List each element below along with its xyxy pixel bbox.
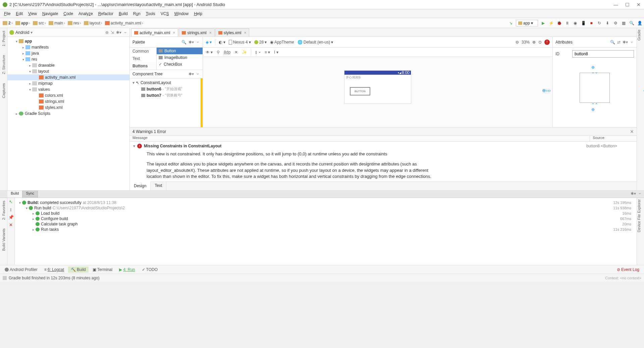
component-tree[interactable]: ▾↖ConstraintLayout button6 - "开始游戏" butt… [130, 78, 201, 127]
menu-view[interactable]: View [25, 11, 40, 16]
tool-structure[interactable]: Z: Structure [2, 54, 6, 75]
menu-tools[interactable]: Tools [143, 11, 158, 16]
build-configure[interactable]: ▸Configure build667ms [17, 216, 634, 221]
debug-icon[interactable]: 🐞 [556, 20, 562, 26]
ctree-button6[interactable]: button6 - "开始游戏" [131, 86, 199, 92]
palette-widget-checkbox[interactable]: ✓CheckBox [157, 61, 203, 68]
close-tab-icon[interactable]: × [173, 30, 175, 35]
tree-res[interactable]: ▾res [7, 56, 129, 62]
tool-terminal[interactable]: ▣ Terminal [90, 267, 115, 273]
ctree-hide-icon[interactable]: ⫟ [196, 72, 200, 76]
breadcrumb-file[interactable]: activity_main.xml [104, 21, 145, 25]
build-output[interactable]: ▾Build: completed successfullyat 2018/8/… [15, 198, 637, 265]
minimize-button[interactable]: — [613, 2, 619, 7]
stop-icon[interactable]: ■ [588, 20, 594, 26]
tree-drawable[interactable]: ▸drawable [7, 62, 129, 68]
attach-debugger-icon[interactable]: ◉ [572, 20, 578, 26]
tree-app[interactable]: ▾app [7, 38, 129, 44]
menu-refactor[interactable]: Refactor [96, 11, 116, 16]
menu-analyze[interactable]: Analyze [76, 11, 96, 16]
tool-event-log[interactable]: ⊘ Event Log [614, 267, 642, 273]
status-icon[interactable] [3, 276, 7, 280]
project-tree[interactable]: ▾app ▸manifests ▸java ▾res ▸drawable ▾la… [7, 37, 129, 190]
build-hide-icon[interactable]: ⫟ [638, 191, 642, 197]
guideline-icon[interactable]: Ⅰ ▾ [274, 50, 278, 55]
close-tab-icon[interactable]: × [209, 30, 212, 35]
attr-filter-icon[interactable]: ⇄ [617, 40, 621, 45]
profile-icon[interactable]: ⏸ [564, 20, 570, 26]
tool-favorites[interactable]: 2: Favorites [2, 199, 6, 221]
breadcrumb-src[interactable]: src [32, 21, 47, 25]
breadcrumb-main[interactable]: main [47, 21, 66, 25]
attr-hide-icon[interactable]: ⫟ [630, 40, 634, 45]
sync-icon[interactable]: ↻ [596, 20, 602, 26]
tree-layout[interactable]: ▾layout [7, 68, 129, 74]
run-icon[interactable]: ▶ [540, 20, 546, 26]
tree-styles[interactable]: styles.xml [7, 105, 129, 111]
attr-search-icon[interactable]: 🔍 [610, 40, 615, 45]
build-settings-icon[interactable]: ✱▾ [631, 191, 636, 197]
orientation-icon[interactable]: ◐ ▾ [219, 40, 225, 45]
sdk-icon[interactable]: ⬇ [604, 20, 610, 26]
tool-captures[interactable]: Captures [2, 82, 6, 99]
make-icon[interactable]: ↘ [508, 20, 514, 26]
menu-vcs[interactable]: VCS [158, 11, 172, 16]
close-button[interactable]: ✕ [636, 2, 641, 7]
ctree-root[interactable]: ▾↖ConstraintLayout [131, 80, 199, 86]
phone-preview[interactable]: ▾◢ 8:00 开心消消乐 BUTTON [344, 70, 411, 104]
hide-icon[interactable]: ⫟ [123, 30, 127, 35]
add-icon[interactable]: ⊕ [105, 30, 109, 35]
search-icon[interactable]: 🔍 [629, 20, 635, 26]
tool-build-variants[interactable]: Build Variants [2, 227, 6, 252]
build-filter-icon[interactable]: ⫿ [10, 207, 12, 212]
close-issues-icon[interactable]: ✕ [630, 129, 634, 134]
theme-selector[interactable]: ◉ AppTheme [270, 40, 294, 45]
tool-logcat[interactable]: ≡ 6: Logcat [42, 267, 67, 273]
menu-build[interactable]: Build [116, 11, 130, 16]
menu-file[interactable]: File [1, 11, 13, 16]
build-load[interactable]: ▸Load build16ms [17, 211, 634, 216]
build-tasks[interactable]: ▸Run tasks11s 216ms [17, 227, 634, 232]
tree-activity-main[interactable]: activity_main.xml [7, 74, 129, 80]
menu-code[interactable]: Code [61, 11, 76, 16]
tool-project[interactable]: 1: Project [2, 29, 6, 48]
run-config-selector[interactable]: app ▾ [516, 20, 538, 26]
close-tab-icon[interactable]: × [244, 30, 246, 35]
api-selector[interactable]: 28 ▾ [254, 40, 267, 45]
build-root[interactable]: ▾Build: completed successfullyat 2018/8/… [17, 200, 634, 205]
maximize-button[interactable]: ☐ [625, 2, 630, 7]
tree-manifests[interactable]: ▸manifests [7, 44, 129, 50]
issue-row[interactable]: ▾! Missing Constraints in ConstraintLayo… [133, 144, 586, 148]
design-surface-icon[interactable]: ◈ ▾ [206, 40, 212, 45]
avd-icon[interactable]: 📱 [580, 20, 586, 26]
build-restart-icon[interactable]: ↖ [9, 199, 13, 204]
locale-selector[interactable]: 🌐 Default (en-us) ▾ [298, 40, 333, 45]
tree-java[interactable]: ▸java [7, 50, 129, 56]
constraint-top-icon[interactable]: ⊕⌄⌄ [591, 65, 598, 74]
user-icon[interactable]: 👤 [637, 20, 643, 26]
palette-settings-icon[interactable]: ✱▾ [189, 40, 194, 45]
build-run[interactable]: ▾Run buildC:\Users\21977\AndroidStudioPr… [17, 205, 634, 211]
design-canvas[interactable]: ▾◢ 8:00 开心消消乐 BUTTON [203, 57, 552, 127]
build-tab-sync[interactable]: Sync [22, 191, 38, 198]
menu-help[interactable]: Help [191, 11, 205, 16]
palette-cat-buttons[interactable]: Buttons [130, 62, 156, 70]
tree-values[interactable]: ▾values [7, 86, 129, 92]
constraint-bottom-icon[interactable]: ⌃⌃⊕ [591, 102, 598, 112]
tree-colors[interactable]: colors.xml [7, 92, 129, 98]
attr-id-input[interactable] [572, 50, 634, 58]
attr-settings-icon[interactable]: ✱▾ [623, 40, 628, 45]
tree-gradle[interactable]: ▸Gradle Scripts [7, 111, 129, 117]
build-calc[interactable]: Calculate task graph20ms [17, 221, 634, 227]
error-badge[interactable]: ! [544, 40, 550, 45]
palette-hide-icon[interactable]: ⫟ [196, 40, 200, 45]
breadcrumb-app[interactable]: app [14, 21, 32, 25]
pack-icon[interactable]: ⫿ ▾ [255, 50, 260, 55]
breadcrumb-layout[interactable]: layout [83, 21, 104, 25]
menu-navigate[interactable]: Navigate [40, 11, 61, 16]
tree-mipmap[interactable]: ▸mipmap [7, 80, 129, 86]
build-close-icon[interactable]: ✕ [9, 222, 13, 227]
palette-search-icon[interactable]: 🔍 [181, 40, 186, 45]
palette-cat-text[interactable]: Text [130, 55, 156, 62]
settings-icon[interactable]: ✱▾ [116, 30, 121, 35]
